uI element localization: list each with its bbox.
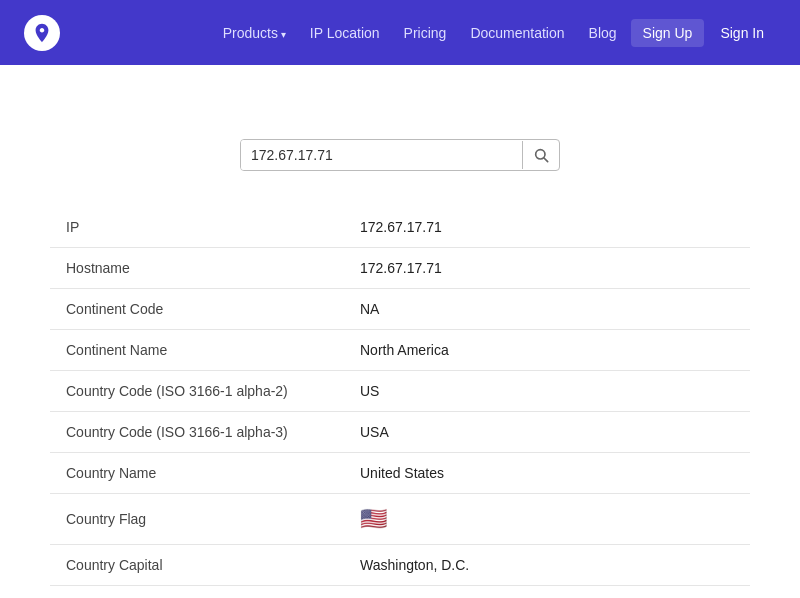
search-input[interactable] bbox=[241, 140, 522, 170]
row-value: 172.67.17.71 bbox=[350, 248, 750, 289]
table-row: Country NameUnited States bbox=[50, 453, 750, 494]
row-label: Continent Name bbox=[50, 330, 350, 371]
logo-icon bbox=[24, 15, 60, 51]
table-row: State/ProvinceCalifornia bbox=[50, 586, 750, 599]
row-label: Country Capital bbox=[50, 545, 350, 586]
table-row: Continent NameNorth America bbox=[50, 330, 750, 371]
row-label: IP bbox=[50, 207, 350, 248]
row-value: US bbox=[350, 371, 750, 412]
search-box bbox=[240, 139, 560, 171]
row-label: Country Flag bbox=[50, 494, 350, 545]
row-value: California bbox=[350, 586, 750, 599]
table-row: IP172.67.17.71 bbox=[50, 207, 750, 248]
flag-emoji: 🇺🇸 bbox=[360, 506, 387, 531]
table-row: Country Flag🇺🇸 bbox=[50, 494, 750, 545]
nav-link-ip-location[interactable]: IP Location bbox=[300, 19, 390, 47]
row-value: North America bbox=[350, 330, 750, 371]
row-value: NA bbox=[350, 289, 750, 330]
row-label: Hostname bbox=[50, 248, 350, 289]
row-value: USA bbox=[350, 412, 750, 453]
row-value: Washington, D.C. bbox=[350, 545, 750, 586]
row-label: Country Name bbox=[50, 453, 350, 494]
svg-line-1 bbox=[544, 158, 548, 162]
search-button[interactable] bbox=[523, 141, 559, 169]
table-row: Country Code (ISO 3166-1 alpha-2)US bbox=[50, 371, 750, 412]
row-value: United States bbox=[350, 453, 750, 494]
nav-link-blog[interactable]: Blog bbox=[579, 19, 627, 47]
table-row: Hostname172.67.17.71 bbox=[50, 248, 750, 289]
nav-link-products[interactable]: Products bbox=[213, 19, 296, 47]
table-row: Country CapitalWashington, D.C. bbox=[50, 545, 750, 586]
nav-link-signin[interactable]: Sign In bbox=[708, 19, 776, 47]
nav-link-pricing[interactable]: Pricing bbox=[394, 19, 457, 47]
row-label: Country Code (ISO 3166-1 alpha-2) bbox=[50, 371, 350, 412]
row-label: Country Code (ISO 3166-1 alpha-3) bbox=[50, 412, 350, 453]
row-label: Continent Code bbox=[50, 289, 350, 330]
nav-link-signup[interactable]: Sign Up bbox=[631, 19, 705, 47]
table-row: Country Code (ISO 3166-1 alpha-3)USA bbox=[50, 412, 750, 453]
row-value: 🇺🇸 bbox=[350, 494, 750, 545]
nav-logo[interactable] bbox=[24, 15, 68, 51]
nav-links: Products IP Location Pricing Documentati… bbox=[213, 19, 776, 47]
nav-link-documentation[interactable]: Documentation bbox=[460, 19, 574, 47]
row-value: 172.67.17.71 bbox=[350, 207, 750, 248]
search-icon bbox=[533, 147, 549, 163]
table-row: Continent CodeNA bbox=[50, 289, 750, 330]
navbar: Products IP Location Pricing Documentati… bbox=[0, 0, 800, 65]
row-label: State/Province bbox=[50, 586, 350, 599]
search-area bbox=[50, 133, 750, 171]
results-table: IP172.67.17.71Hostname172.67.17.71Contin… bbox=[50, 207, 750, 598]
main-content: IP172.67.17.71Hostname172.67.17.71Contin… bbox=[30, 65, 770, 598]
